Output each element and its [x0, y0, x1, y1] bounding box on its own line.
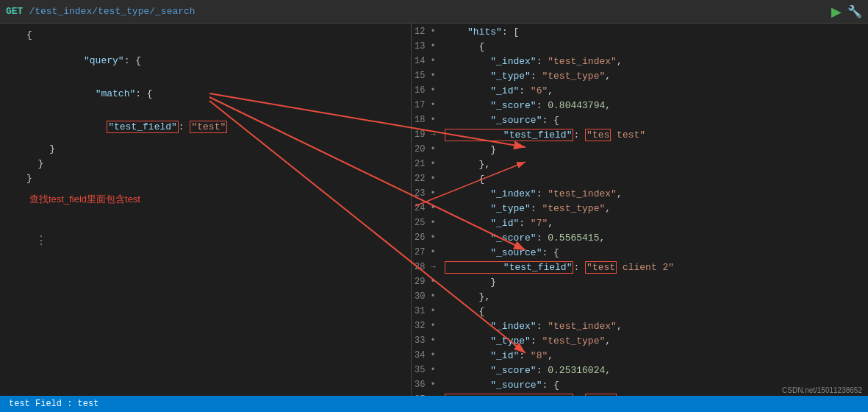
request-url: /test_index/test_type/_search [29, 6, 195, 17]
result-line-20: 20 • } [412, 144, 868, 159]
result-line-24: 24 • "_type": "test_type", [412, 203, 868, 218]
result-line-28: 28 → "test_field": "test client 2" [412, 262, 868, 277]
annotation-text: 查找test_field里面包含test [29, 193, 140, 206]
result-line-32: 32 • "_index": "test_index", [412, 321, 868, 335]
play-button[interactable]: ▶ [831, 4, 842, 20]
toolbar: GET /test_index/test_type/_search ▶ 🔧 [0, 0, 868, 24]
result-line-18: 18 • "_source": { [412, 115, 868, 129]
line-match: "match": { [26, 77, 408, 110]
line-test-field: "test_field": "test" [26, 110, 408, 143]
result-line-21: 21 • }, [412, 159, 868, 174]
result-line-16: 16 • "_id": "6", [412, 85, 868, 100]
result-line-35: 35 • "_score": 0.25316024, [412, 365, 868, 380]
result-line-19: 19 → "test_field": "tes test" [412, 129, 868, 144]
settings-button[interactable]: 🔧 [847, 4, 862, 18]
result-line-29: 29 • } [412, 277, 868, 291]
result-line-15: 15 • "_type": "test_type", [412, 71, 868, 85]
result-line-30: 30 • }, [412, 291, 868, 306]
main-content: { "query": { "match": { "test_field": "t… [0, 24, 868, 396]
result-line-27: 27 • "_source": { [412, 247, 868, 262]
results-panel: 12 • "hits": [ 13 • { 14 • "_index": "te… [412, 24, 868, 396]
result-line-37: 37 • "test_field": "test lient 2" [412, 394, 868, 396]
result-line-23: 23 • "_index": "test_index", [412, 188, 868, 203]
result-line-25: 25 • "_id": "7", [412, 218, 868, 232]
result-line-13: 13 • { [412, 41, 868, 56]
result-line-36: 36 • "_source": { [412, 380, 868, 394]
status-bar: test Field : test [0, 396, 868, 412]
result-line-34: 34 • "_id": "8", [412, 350, 868, 365]
result-line-33: 33 • "_type": "test_type", [412, 335, 868, 350]
result-line-26: 26 • "_score": 0.5565415, [412, 232, 868, 247]
result-line-14: 14 • "_index": "test_index", [412, 56, 868, 71]
query-editor[interactable]: { "query": { "match": { "test_field": "t… [0, 24, 412, 396]
result-line-12: 12 • "hits": [ [412, 26, 868, 41]
line-root-close: } [26, 173, 408, 184]
line-open-brace: { [26, 29, 408, 40]
line-match-close: } [26, 143, 408, 154]
line-query: "query": { [26, 44, 408, 77]
line-query-close: } [26, 158, 408, 169]
status-text: test Field : test [9, 399, 98, 409]
result-line-22: 22 • { [412, 174, 868, 188]
result-line-17: 17 • "_score": 0.80443794, [412, 100, 868, 115]
result-line-31: 31 • { [412, 306, 868, 321]
http-method: GET [6, 6, 23, 17]
